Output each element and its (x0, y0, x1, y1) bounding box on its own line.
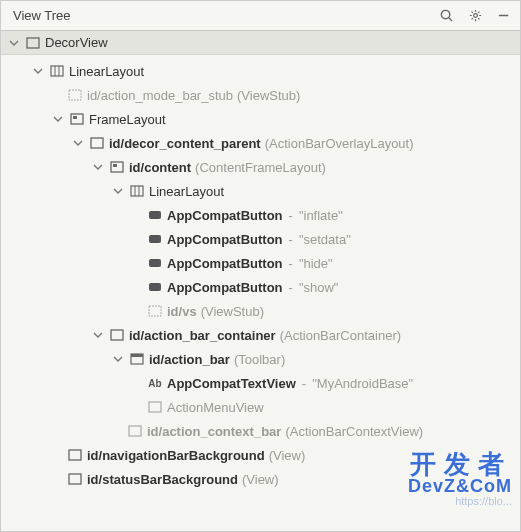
frame-icon (69, 111, 85, 127)
tree-row[interactable]: id/action_bar (Toolbar) (1, 347, 520, 371)
node-label: ActionMenuView (167, 400, 264, 415)
button-icon (147, 279, 163, 295)
node-type: (ActionBarOverlayLayout) (265, 136, 414, 151)
svg-rect-24 (131, 354, 143, 357)
tree-row[interactable]: LinearLayout (1, 179, 520, 203)
tree-row[interactable]: id/decor_content_parent (ActionBarOverla… (1, 131, 520, 155)
svg-rect-18 (149, 235, 161, 243)
tree-body: LinearLayout id/action_mode_bar_stub (Vi… (1, 55, 520, 511)
svg-rect-21 (149, 306, 161, 316)
tree-row[interactable]: id/vs (ViewStub) (1, 299, 520, 323)
rect-icon (89, 135, 105, 151)
node-text: setdata (304, 232, 347, 247)
svg-rect-13 (113, 164, 117, 167)
node-id: id/vs (167, 304, 197, 319)
tree-row[interactable]: AppCompatButton - "setdata" (1, 227, 520, 251)
watermark-line3: https://blo... (408, 495, 512, 507)
textview-icon: Ab (147, 375, 163, 391)
node-label: FrameLayout (89, 112, 166, 127)
rect-icon (67, 447, 83, 463)
node-label: AppCompatButton (167, 280, 283, 295)
rect-icon (147, 399, 163, 415)
chevron-down-icon[interactable] (91, 160, 105, 174)
node-text: hide (304, 256, 329, 271)
tree-row[interactable]: id/action_mode_bar_stub (ViewStub) (1, 83, 520, 107)
chevron-down-icon[interactable] (91, 328, 105, 342)
node-text: inflate (304, 208, 339, 223)
svg-rect-19 (149, 259, 161, 267)
rect-icon (67, 471, 83, 487)
svg-point-0 (441, 10, 449, 18)
panel-header: View Tree (1, 1, 520, 31)
tree-row[interactable]: ActionMenuView (1, 395, 520, 419)
chevron-down-icon[interactable] (71, 136, 85, 150)
svg-rect-14 (131, 186, 143, 196)
header-actions (439, 8, 512, 23)
tree-row[interactable]: LinearLayout (1, 59, 520, 83)
tree-row[interactable]: AppCompatButton - "show" (1, 275, 520, 299)
linear-vertical-icon (49, 63, 65, 79)
svg-rect-22 (111, 330, 123, 340)
node-label: AppCompatButton (167, 208, 283, 223)
frame-icon (109, 159, 125, 175)
svg-rect-20 (149, 283, 161, 291)
search-icon[interactable] (439, 8, 454, 23)
node-type: (View) (242, 472, 279, 487)
node-type: (ContentFrameLayout) (195, 160, 326, 175)
svg-rect-10 (73, 116, 77, 119)
svg-point-2 (474, 14, 478, 18)
chevron-down-icon[interactable] (7, 36, 21, 50)
node-label: AppCompatButton (167, 256, 283, 271)
node-id: id/content (129, 160, 191, 175)
button-icon (147, 231, 163, 247)
node-type: (ViewStub) (237, 88, 300, 103)
node-id: id/navigationBarBackground (87, 448, 265, 463)
svg-line-1 (449, 18, 452, 21)
svg-rect-8 (69, 90, 81, 100)
chevron-down-icon[interactable] (111, 352, 125, 366)
tree-row[interactable]: AppCompatButton - "hide" (1, 251, 520, 275)
node-label: LinearLayout (149, 184, 224, 199)
node-id: id/action_bar_container (129, 328, 276, 343)
tree-row[interactable]: id/action_context_bar (ActionBarContextV… (1, 419, 520, 443)
chevron-down-icon[interactable] (51, 112, 65, 126)
viewstub-icon (67, 87, 83, 103)
minimize-icon[interactable] (497, 8, 512, 23)
linear-vertical-icon (129, 183, 145, 199)
node-id: id/action_bar (149, 352, 230, 367)
tree-row[interactable]: id/content (ContentFrameLayout) (1, 155, 520, 179)
button-icon (147, 255, 163, 271)
svg-rect-28 (69, 474, 81, 484)
node-id: id/action_context_bar (147, 424, 281, 439)
node-label: LinearLayout (69, 64, 144, 79)
viewstub-icon (147, 303, 163, 319)
node-label: AppCompatTextView (167, 376, 296, 391)
rect-icon (127, 423, 143, 439)
node-type: (ViewStub) (201, 304, 264, 319)
node-type: (ActionBarContextView) (285, 424, 423, 439)
chevron-down-icon[interactable] (31, 64, 45, 78)
rect-icon (25, 35, 41, 51)
gear-icon[interactable] (468, 8, 483, 23)
tree-row[interactable]: id/navigationBarBackground (View) (1, 443, 520, 467)
svg-rect-17 (149, 211, 161, 219)
svg-rect-25 (149, 402, 161, 412)
tree-row[interactable]: FrameLayout (1, 107, 520, 131)
tree-row[interactable]: id/action_bar_container (ActionBarContai… (1, 323, 520, 347)
node-id: id/action_mode_bar_stub (87, 88, 233, 103)
toolbar-icon (129, 351, 145, 367)
panel-title: View Tree (13, 8, 439, 23)
tree-row[interactable]: AppCompatButton - "inflate" (1, 203, 520, 227)
node-text: MyAndroidBase (317, 376, 409, 391)
tree-row[interactable]: id/statusBarBackground (View) (1, 467, 520, 491)
chevron-down-icon[interactable] (111, 184, 125, 198)
tree-row[interactable]: Ab AppCompatTextView - "MyAndroidBase" (1, 371, 520, 395)
svg-rect-5 (51, 66, 63, 76)
rect-icon (109, 327, 125, 343)
svg-rect-4 (27, 38, 39, 48)
tree-root-row[interactable]: DecorView (1, 31, 520, 55)
node-id: id/decor_content_parent (109, 136, 261, 151)
node-id: id/statusBarBackground (87, 472, 238, 487)
node-type: (Toolbar) (234, 352, 285, 367)
svg-rect-27 (69, 450, 81, 460)
